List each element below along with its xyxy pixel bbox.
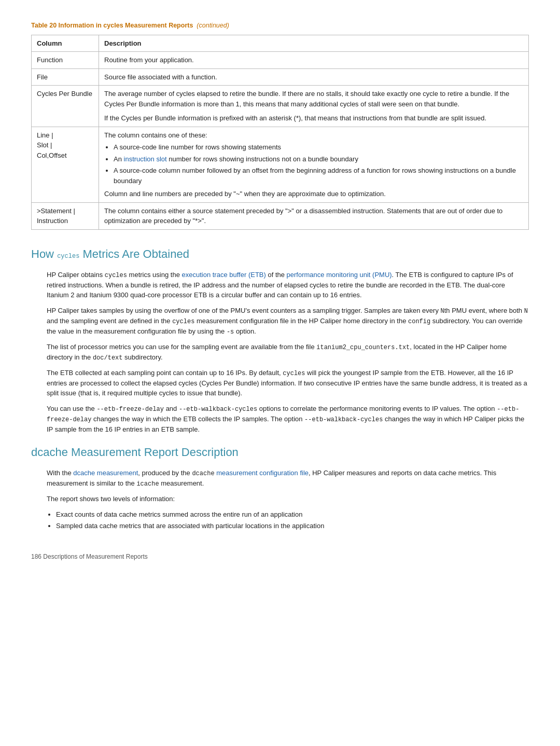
list-item: An instruction slot number for rows show… xyxy=(114,154,523,164)
section1-para4: The ETB collected at each sampling point… xyxy=(47,368,529,398)
list-item: A source-code line number for rows showi… xyxy=(114,142,523,153)
desc-cycles-per-bundle: The average number of cycles elapsed to … xyxy=(99,86,529,127)
col-cycles-per-bundle: Cycles Per Bundle xyxy=(32,86,99,127)
section2-content: With the dcache measurement, produced by… xyxy=(47,468,529,531)
table-caption: Table 20 Information in cycles Measureme… xyxy=(31,21,529,31)
dcache-config-link[interactable]: measurement configuration file xyxy=(216,469,309,477)
table-row: File Source file associated with a funct… xyxy=(32,68,529,86)
col-file: File xyxy=(32,68,99,86)
desc-file: Source file associated with a function. xyxy=(99,68,529,86)
section1-para1: HP Caliper obtains cycles metrics using … xyxy=(47,270,529,300)
table-header-column: Column xyxy=(32,35,99,52)
section1-heading: How cycles Metrics Are Obtained xyxy=(31,245,529,263)
instruction-slot-link[interactable]: instruction slot xyxy=(124,155,167,163)
desc-line-slot-col: The column contains one of these: A sour… xyxy=(99,127,529,202)
col-function: Function xyxy=(32,52,99,69)
pmu-link[interactable]: performance monitoring unit (PMU) xyxy=(287,271,392,279)
section1-para5: You can use the --etb-freeze-delay and -… xyxy=(47,404,529,435)
dcache-measurement-link[interactable]: dcache measurement xyxy=(73,469,138,477)
desc-function: Routine from your application. xyxy=(99,52,529,69)
page-footer: 186 Descriptions of Measurement Reports xyxy=(31,552,529,561)
section2-heading: dcache Measurement Report Description xyxy=(31,444,529,461)
table-caption-main: Table 20 Information in cycles Measureme… xyxy=(31,22,193,29)
col-statement-instruction: >Statement |Instruction xyxy=(32,202,99,229)
section2-bullet-list: Exact counts of data cache metrics summe… xyxy=(56,509,529,531)
desc-statement-instruction: The column contains either a source stat… xyxy=(99,202,529,229)
table-caption-continued: (continued) xyxy=(197,22,229,29)
section1-para3: The list of processor metrics you can us… xyxy=(47,342,529,363)
section1-content: HP Caliper obtains cycles metrics using … xyxy=(47,270,529,435)
table-row: Function Routine from your application. xyxy=(32,52,529,69)
table-header-description: Description xyxy=(99,35,529,52)
table-cycles-measurement: Column Description Function Routine from… xyxy=(31,35,529,230)
list-item: A source-code column number followed by … xyxy=(114,165,523,186)
footer-text: 186 Descriptions of Measurement Reports xyxy=(31,553,148,560)
table-row: Line |Slot |Col,Offset The column contai… xyxy=(32,127,529,202)
table-row: Cycles Per Bundle The average number of … xyxy=(32,86,529,127)
list-item: Sampled data cache metrics that are asso… xyxy=(56,521,529,531)
list-item: Exact counts of data cache metrics summe… xyxy=(56,509,529,520)
etb-link[interactable]: execution trace buffer (ETB) xyxy=(181,271,265,279)
section1-para2: HP Caliper takes samples by using the ov… xyxy=(47,306,529,337)
table-row: >Statement |Instruction The column conta… xyxy=(32,202,529,229)
col-line-slot-col: Line |Slot |Col,Offset xyxy=(32,127,99,202)
section2-para1: With the dcache measurement, produced by… xyxy=(47,468,529,489)
section2-para2: The report shows two levels of informati… xyxy=(47,494,529,504)
